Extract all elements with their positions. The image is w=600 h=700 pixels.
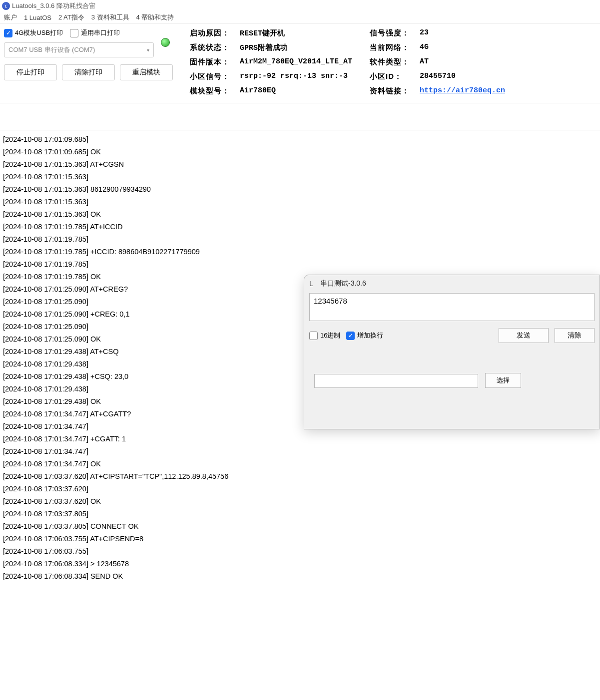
stop-print-button[interactable]: 停止打印 xyxy=(4,64,57,80)
system-state-label: 系统状态： xyxy=(190,43,235,52)
window-title: Luatools_3.0.6 降功耗找合宙 xyxy=(12,1,95,10)
menu-bar: 账户 1 LuatOS 2 AT指令 3 资料和工具 4 帮助和支持 xyxy=(0,12,600,23)
system-state-value: GPRS附着成功 xyxy=(240,43,365,52)
log-line: [2024-10-08 17:03:37.620] AT+CIPSTART="T… xyxy=(3,470,597,483)
clear-button[interactable]: 清除 xyxy=(555,328,595,343)
doc-link[interactable]: https://air780eq.cn xyxy=(420,86,505,95)
log-line: [2024-10-08 17:01:19.785] +ICCID: 898604… xyxy=(3,246,597,258)
status-led-icon xyxy=(161,38,170,47)
menu-at[interactable]: 2 AT指令 xyxy=(58,13,84,22)
clear-print-button[interactable]: 清除打印 xyxy=(62,64,115,80)
log-line: [2024-10-08 17:01:15.363] 86129007993429… xyxy=(3,183,597,196)
menu-tools[interactable]: 3 资料和工具 xyxy=(91,13,129,22)
serial-test-dialog: L 串口测试-3.0.6 12345678 16进制 增加换行 发送 清除 选择 xyxy=(304,275,600,429)
port-select-value: COM7 USB 串行设备 (COM7) xyxy=(8,45,95,54)
serial-print-label: 通用串口打印 xyxy=(81,28,120,37)
serial-print-checkbox[interactable]: 通用串口打印 xyxy=(70,28,120,37)
menu-luatos[interactable]: 1 LuatOS xyxy=(24,14,51,21)
checkbox-checked-icon xyxy=(4,29,12,37)
signal-strength-label: 信号强度： xyxy=(370,28,415,38)
cell-signal-label: 小区信号： xyxy=(190,72,235,81)
log-line: [2024-10-08 17:01:15.363] xyxy=(3,171,597,183)
cell-id-value: 28455710 xyxy=(420,72,596,81)
module-model-label: 模块型号： xyxy=(190,86,235,96)
log-line: [2024-10-08 17:03:37.620] xyxy=(3,483,597,495)
firmware-value: AirM2M_780EQ_V2014_LTE_AT xyxy=(240,57,365,67)
status-grid: 启动原因： RESET键开机 信号强度： 23 系统状态： GPRS附着成功 当… xyxy=(184,28,596,96)
log-line: [2024-10-08 17:01:34.747] xyxy=(3,445,597,458)
log-line: [2024-10-08 17:01:34.747] +CGATT: 1 xyxy=(3,433,597,445)
firmware-label: 固件版本： xyxy=(190,57,235,67)
cell-id-label: 小区ID： xyxy=(370,72,415,81)
boot-reason-value: RESET键开机 xyxy=(240,28,365,38)
network-label: 当前网络： xyxy=(370,43,415,52)
top-panel: 4G模块USB打印 通用串口打印 COM7 USB 串行设备 (COM7) ▾ … xyxy=(0,23,600,103)
network-value: 4G xyxy=(420,43,596,52)
send-button[interactable]: 发送 xyxy=(499,328,549,343)
log-line: [2024-10-08 17:06:03.755] AT+CIPSEND=8 xyxy=(3,533,597,545)
log-line: [2024-10-08 17:03:37.805] xyxy=(3,508,597,520)
chevron-down-icon: ▾ xyxy=(147,47,149,53)
cell-signal-value: rsrp:-92 rsrq:-13 snr:-3 xyxy=(240,72,365,81)
menu-help[interactable]: 4 帮助和支持 xyxy=(136,13,174,22)
usb-print-checkbox[interactable]: 4G模块USB打印 xyxy=(4,28,63,37)
boot-reason-label: 启动原因： xyxy=(190,28,235,38)
select-button[interactable]: 选择 xyxy=(485,373,521,388)
log-line: [2024-10-08 17:01:19.785] AT+ICCID xyxy=(3,221,597,233)
software-type-value: AT xyxy=(420,57,596,67)
checkbox-checked-icon xyxy=(346,332,355,340)
log-line: [2024-10-08 17:01:19.785] xyxy=(3,233,597,246)
restart-module-button[interactable]: 重启模块 xyxy=(120,64,173,80)
hex-label: 16进制 xyxy=(320,331,340,340)
log-line: [2024-10-08 17:01:34.747] OK xyxy=(3,458,597,470)
app-icon: L xyxy=(2,2,10,10)
log-line: [2024-10-08 17:01:15.363] xyxy=(3,196,597,208)
dialog-title: 串口测试-3.0.6 xyxy=(320,279,366,288)
log-line: [2024-10-08 17:01:09.685] xyxy=(3,133,597,146)
checkbox-unchecked-icon xyxy=(309,332,318,340)
log-line: [2024-10-08 17:06:03.755] xyxy=(3,545,597,558)
doc-link-label: 资料链接： xyxy=(370,86,415,96)
window-title-bar: L Luatools_3.0.6 降功耗找合宙 xyxy=(0,0,600,12)
log-line: [2024-10-08 17:01:09.685] OK xyxy=(3,146,597,158)
log-line: [2024-10-08 17:03:37.805] CONNECT OK xyxy=(3,520,597,533)
log-line: [2024-10-08 17:06:08.334] SEND OK xyxy=(3,570,597,583)
signal-strength-value: 23 xyxy=(420,28,596,38)
usb-print-label: 4G模块USB打印 xyxy=(15,28,63,37)
dialog-title-bar[interactable]: L 串口测试-3.0.6 xyxy=(304,275,600,292)
log-line: [2024-10-08 17:03:37.620] OK xyxy=(3,495,597,508)
log-line: [2024-10-08 17:01:15.363] AT+CGSN xyxy=(3,158,597,171)
file-select[interactable] xyxy=(314,374,478,388)
module-model-value: Air780EQ xyxy=(240,86,365,96)
newline-checkbox[interactable]: 增加换行 xyxy=(346,331,383,340)
app-icon: L xyxy=(309,280,317,288)
software-type-label: 软件类型： xyxy=(370,57,415,67)
log-line: [2024-10-08 17:01:15.363] OK xyxy=(3,208,597,221)
newline-label: 增加换行 xyxy=(357,331,383,340)
send-input[interactable]: 12345678 xyxy=(309,293,595,321)
send-input-value: 12345678 xyxy=(314,297,347,305)
log-line: [2024-10-08 17:06:08.334] > 12345678 xyxy=(3,558,597,570)
menu-account[interactable]: 账户 xyxy=(4,13,17,22)
left-controls: 4G模块USB打印 通用串口打印 COM7 USB 串行设备 (COM7) ▾ … xyxy=(4,28,184,80)
hex-checkbox[interactable]: 16进制 xyxy=(309,331,340,340)
checkbox-unchecked-icon xyxy=(70,29,78,37)
log-line: [2024-10-08 17:01:19.785] xyxy=(3,258,597,271)
port-select[interactable]: COM7 USB 串行设备 (COM7) ▾ xyxy=(4,42,154,57)
